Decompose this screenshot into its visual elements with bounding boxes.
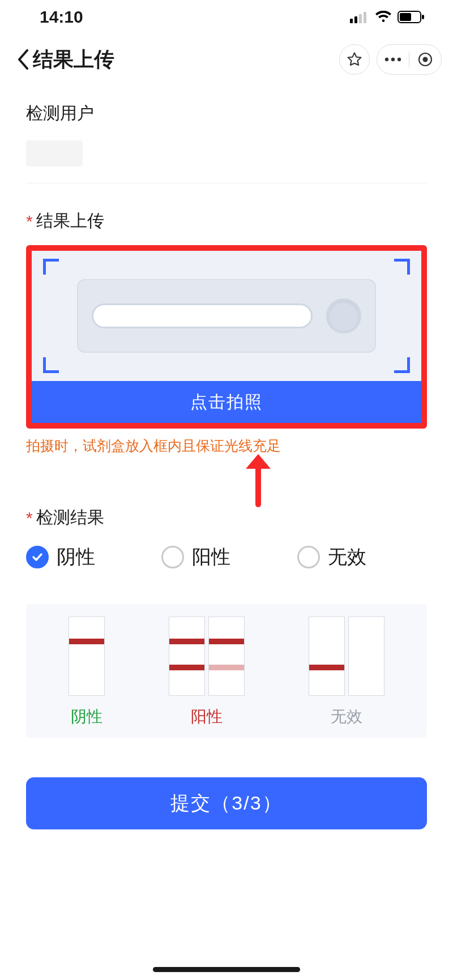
user-value [26, 131, 427, 176]
camera-preview[interactable] [32, 251, 421, 381]
status-time: 14:10 [40, 7, 83, 27]
result-section-label: * 检测结果 [26, 506, 427, 529]
take-photo-button[interactable]: 点击拍照 [32, 381, 421, 423]
svg-rect-3 [364, 12, 366, 23]
status-indicators [350, 11, 425, 23]
legend-label: 无效 [331, 706, 362, 727]
legend-invalid: C T 无效 [309, 617, 384, 727]
option-label: 无效 [328, 544, 366, 570]
legend-label: 阳性 [191, 706, 223, 727]
option-negative[interactable]: 阴性 [26, 544, 156, 570]
submit-button[interactable]: 提交（3/3） [26, 777, 427, 829]
option-label: 阳性 [192, 544, 230, 570]
radio-unchecked-icon [161, 546, 184, 568]
strip-icon [348, 617, 384, 696]
svg-rect-1 [354, 16, 357, 23]
kit-window-icon [92, 303, 313, 328]
frame-corner-icon [394, 259, 410, 275]
svg-rect-0 [350, 19, 353, 23]
svg-rect-6 [422, 15, 424, 19]
chevron-left-icon [17, 49, 29, 70]
home-indicator[interactable] [153, 967, 300, 972]
back-button[interactable]: 结果上传 [11, 46, 114, 74]
close-circle-icon [418, 52, 433, 67]
legend-label: 阴性 [71, 706, 102, 727]
user-section-label: 检测用户 [26, 102, 427, 125]
camera-area-highlight: 点击拍照 [26, 245, 427, 429]
svg-point-9 [398, 58, 401, 61]
svg-rect-5 [400, 13, 411, 21]
arrow-up-icon [241, 451, 275, 507]
svg-rect-2 [359, 14, 362, 23]
test-kit-illustration [77, 279, 376, 353]
signal-icon [350, 11, 369, 23]
page-title: 结果上传 [33, 46, 114, 74]
nav-bar: 结果上传 [0, 34, 453, 85]
close-miniprogram-button[interactable] [413, 52, 438, 67]
user-redacted [26, 140, 83, 166]
svg-point-7 [385, 58, 388, 61]
legend-positive: C T 阳性 [169, 617, 245, 727]
kit-well-icon [326, 298, 361, 333]
svg-point-8 [391, 58, 395, 61]
status-bar: 14:10 [0, 0, 453, 34]
option-label: 阴性 [57, 544, 95, 570]
strip-icon [169, 617, 205, 696]
strip-icon [309, 617, 345, 696]
miniprogram-capsule [377, 44, 442, 75]
camera-hint: 拍摄时，试剂盒放入框内且保证光线充足 [26, 436, 427, 455]
radio-checked-icon [26, 546, 49, 568]
upload-section-label: * 结果上传 [26, 209, 427, 233]
option-invalid[interactable]: 无效 [297, 544, 427, 570]
result-legend: C T 阴性 C T [26, 604, 427, 738]
svg-point-11 [423, 57, 428, 62]
more-button[interactable] [381, 57, 405, 62]
frame-corner-icon [394, 357, 410, 373]
frame-corner-icon [43, 357, 59, 373]
dots-icon [384, 57, 401, 62]
radio-unchecked-icon [297, 546, 320, 568]
divider [26, 183, 427, 183]
strip-icon [208, 617, 245, 696]
option-positive[interactable]: 阳性 [161, 544, 291, 570]
frame-corner-icon [43, 259, 59, 275]
star-icon [347, 52, 362, 67]
required-star: * [26, 508, 33, 528]
wifi-icon [375, 11, 392, 23]
favorite-button[interactable] [339, 44, 370, 75]
battery-icon [398, 11, 425, 23]
result-options: 阴性 阳性 无效 [26, 544, 427, 570]
annotation-arrow [26, 455, 427, 506]
required-star: * [26, 212, 33, 231]
strip-icon [69, 617, 105, 696]
legend-negative: C T 阴性 [69, 617, 105, 727]
